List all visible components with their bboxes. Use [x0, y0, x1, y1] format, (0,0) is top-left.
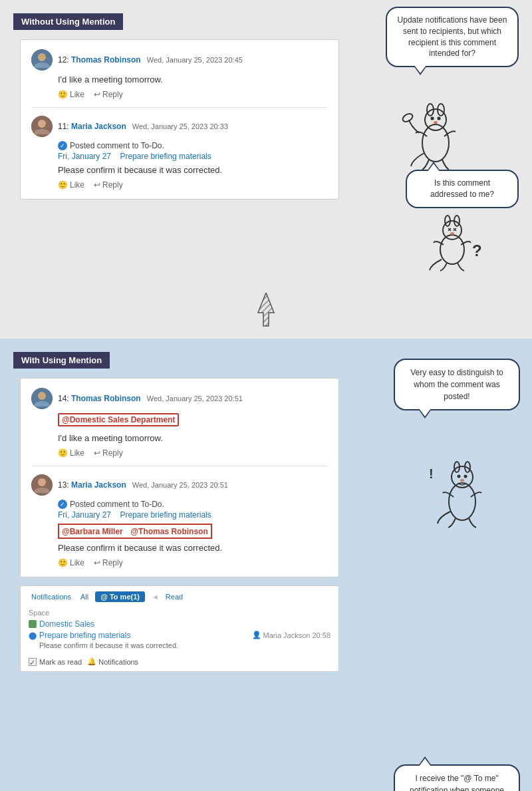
- space-label: Space: [29, 609, 331, 617]
- action-bar-14: 🙂 Like ↩ Reply: [58, 448, 328, 458]
- comment-text-11: Please confirm it because it was correct…: [58, 165, 328, 175]
- notif-left: ⬤ Prepare briefing materials Please conf…: [29, 631, 178, 653]
- comment-author-13: Maria Jackson: [71, 480, 126, 490]
- notif-time: 20:58: [312, 631, 331, 639]
- bottom-section: With Using Mention 14: Thomas Robinson W…: [0, 339, 532, 791]
- notification-tabs: Notifications All @ To me(1) ◄ Read: [29, 591, 331, 602]
- svg-point-37: [464, 475, 467, 478]
- like-button-14[interactable]: 🙂 Like: [58, 448, 84, 458]
- notif-footer: ✓ Mark as read 🔔 Notifications: [29, 657, 331, 666]
- todo-text-13: Posted comment to To-Do.: [70, 500, 164, 509]
- svg-point-29: [38, 392, 46, 400]
- mark-read-checkbox[interactable]: ✓: [29, 658, 37, 666]
- svg-point-1: [38, 53, 46, 61]
- notif-author: 👤 Maria Jackson 20:58: [252, 631, 331, 639]
- comment-entry-11: 11: Maria Jackson Wed, January 25, 2023 …: [31, 116, 328, 190]
- svg-point-15: [402, 112, 414, 124]
- todo-date-link-13[interactable]: Fri, January 27: [58, 510, 111, 520]
- comment-entry-12: 12: Thomas Robinson Wed, January 25, 202…: [31, 49, 328, 108]
- avatar-maria-top: [31, 116, 53, 137]
- comment-entry-14: 14: Thomas Robinson Wed, January 25, 202…: [31, 388, 328, 466]
- space-name-text: Domestic Sales: [39, 619, 94, 629]
- svg-point-24: [450, 232, 454, 235]
- comment-text-14: I'd like a meeting tomorrow.: [58, 433, 328, 443]
- bell-icon: 🔔: [87, 657, 96, 666]
- comment-author-14: Thomas Robinson: [71, 394, 141, 403]
- reply-button-14[interactable]: ↩ Reply: [94, 448, 123, 458]
- bottom-section-label: With Using Mention: [13, 352, 110, 369]
- mention-box-13: @Barbara Miller @Thomas Robinson: [58, 524, 212, 539]
- tab-atme[interactable]: @ To me(1): [95, 591, 145, 602]
- speech-bubble-top: Update notifications have been sent to r…: [386, 7, 519, 67]
- todo-task-link-13[interactable]: Prepare briefing materials: [120, 510, 211, 520]
- todo-links-11: Fri, January 27 Prepare briefing materia…: [58, 152, 328, 161]
- tab-all[interactable]: All: [78, 591, 91, 602]
- mark-read-label: Mark as read: [39, 658, 82, 666]
- notif-btn-label: Notifications: [98, 658, 138, 666]
- comment-timestamp-13: Wed, January 25, 2023 20:51: [130, 481, 228, 489]
- notif-task-link[interactable]: ⬤ Prepare briefing materials: [29, 631, 178, 640]
- todo-badge-11: ✓ Posted comment to To-Do.: [58, 141, 328, 150]
- svg-point-31: [38, 478, 46, 486]
- action-bar-12: 🙂 Like ↩ Reply: [58, 90, 328, 99]
- svg-point-5: [425, 109, 446, 130]
- kangaroo-happy-1: !: [426, 445, 499, 534]
- comment-timestamp-11: Wed, January 25, 2023 20:33: [130, 122, 228, 130]
- notif-bell-btn[interactable]: 🔔 Notifications: [87, 657, 138, 666]
- tab-notifications[interactable]: Notifications: [29, 591, 74, 602]
- comment-num-12: 12:: [58, 55, 71, 65]
- comment-num-13: 13:: [58, 480, 71, 490]
- comment-entry-13: 13: Maria Jackson Wed, January 25, 2023 …: [31, 474, 328, 567]
- mention-tag-14: @Domestic Sales Department: [58, 413, 179, 426]
- action-bar-11: 🙂 Like ↩ Reply: [58, 180, 328, 190]
- like-button-13[interactable]: 🙂 Like: [58, 558, 84, 567]
- svg-text:?: ?: [472, 241, 482, 259]
- mention-tag-barbara: @Barbara Miller: [62, 527, 123, 536]
- svg-marker-27: [258, 293, 274, 326]
- comment-header-13: 13: Maria Jackson Wed, January 25, 2023 …: [31, 474, 328, 496]
- comment-header-12: 12: Thomas Robinson Wed, January 25, 202…: [31, 49, 328, 71]
- speech-bubble-bottom-1: Very easy to distinguish to whom the com…: [394, 359, 520, 410]
- svg-point-38: [460, 479, 464, 482]
- comment-meta-11: 11: Maria Jackson Wed, January 25, 2023 …: [58, 122, 228, 131]
- comment-num-14: 14:: [58, 394, 71, 403]
- todo-task-link-11[interactable]: Prepare briefing materials: [120, 152, 211, 161]
- comment-body-13: ✓ Posted comment to To-Do. Fri, January …: [58, 500, 328, 567]
- space-icon: [29, 620, 37, 628]
- top-comment-box: 12: Thomas Robinson Wed, January 25, 202…: [20, 39, 339, 200]
- todo-links-13: Fri, January 27 Prepare briefing materia…: [58, 510, 328, 520]
- comment-text-12: I'd like a meeting tomorrow.: [58, 75, 328, 84]
- comment-body-11: ✓ Posted comment to To-Do. Fri, January …: [58, 141, 328, 190]
- avatar-thomas-bottom: [31, 388, 53, 409]
- speech-bubble-bottom-2: I receive the "@ To me" notification whe…: [394, 764, 520, 791]
- avatar-maria-bottom: [31, 474, 53, 496]
- comment-text-13: Please confirm it because it was correct…: [58, 543, 328, 553]
- comment-body-12: I'd like a meeting tomorrow. 🙂 Like ↩ Re…: [58, 75, 328, 99]
- svg-point-14: [434, 121, 438, 124]
- comment-header-14: 14: Thomas Robinson Wed, January 25, 202…: [31, 388, 328, 409]
- svg-point-32: [449, 483, 475, 520]
- kangaroo-confused-mid: ?: [419, 206, 492, 275]
- mention-tag-thomas: @Thomas Robinson: [130, 527, 207, 536]
- mark-read[interactable]: ✓ Mark as read: [29, 658, 82, 666]
- speech-bubble-mid: Is this comment addressed to me?: [406, 170, 519, 208]
- todo-date-link-11[interactable]: Fri, January 27: [58, 152, 111, 161]
- comment-timestamp-12: Wed, January 25, 2023 20:45: [145, 56, 243, 64]
- reply-button-11[interactable]: ↩ Reply: [94, 180, 123, 190]
- todo-icon-11: ✓: [58, 141, 67, 150]
- reply-button-13[interactable]: ↩ Reply: [94, 558, 123, 567]
- top-section: Without Using Mention 12: Thomas Robinso…: [0, 0, 532, 286]
- task-icon: ⬤: [29, 631, 37, 640]
- reply-button-12[interactable]: ↩ Reply: [94, 90, 123, 99]
- tab-read[interactable]: Read: [163, 591, 186, 602]
- notification-row: ⬤ Prepare briefing materials Please conf…: [29, 631, 331, 653]
- like-button-11[interactable]: 🙂 Like: [58, 180, 84, 190]
- todo-icon-13: ✓: [58, 500, 67, 509]
- svg-point-3: [38, 120, 46, 128]
- avatar-thomas-top: [31, 49, 53, 71]
- svg-point-36: [458, 475, 461, 478]
- comment-timestamp-14: Wed, January 25, 2023 20:51: [145, 395, 243, 402]
- like-button-12[interactable]: 🙂 Like: [58, 90, 84, 99]
- comment-body-14: @Domestic Sales Department I'd like a me…: [58, 413, 328, 458]
- bottom-comment-box: 14: Thomas Robinson Wed, January 25, 202…: [20, 378, 339, 577]
